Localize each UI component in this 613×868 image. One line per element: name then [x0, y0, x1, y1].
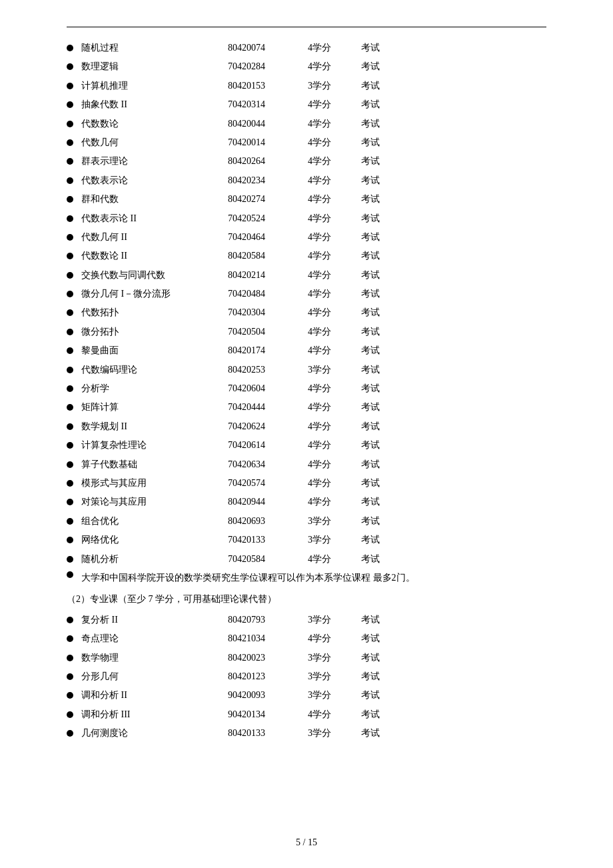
course-credit: 4学分 [308, 495, 354, 509]
bullet-icon [67, 158, 73, 165]
course-credit: 3学分 [308, 79, 354, 93]
course-type: 考试 [361, 79, 388, 93]
course-name: 网络优化 [81, 533, 215, 547]
course-credit: 4学分 [308, 41, 354, 55]
course-credit: 4学分 [308, 343, 354, 358]
course-credit: 4学分 [308, 211, 354, 226]
bullet-icon [67, 692, 73, 699]
course-name: 算子代数基础 [81, 457, 215, 472]
course-credit: 4学分 [308, 268, 354, 283]
course-type: 考试 [361, 249, 388, 263]
course-type: 考试 [361, 325, 388, 339]
course-name: 群表示理论 [81, 154, 215, 169]
course-credit: 4学分 [308, 438, 354, 453]
course-credit: 3学分 [308, 669, 354, 684]
table-row: 数理逻辑 70420284 4学分 考试 [67, 59, 546, 74]
bullet-icon [67, 367, 73, 373]
course-credit: 4学分 [308, 154, 354, 169]
course-name: 代数表示论 II [81, 211, 215, 226]
bullet-icon [67, 518, 73, 525]
course-credit: 4学分 [308, 97, 354, 112]
course-code: 70420634 [228, 457, 301, 472]
course-type: 考试 [361, 363, 388, 377]
course-type: 考试 [361, 192, 388, 207]
course-name: 数理逻辑 [81, 59, 215, 74]
course-name: 分形几何 [81, 669, 215, 684]
course-type: 考试 [361, 287, 388, 301]
course-type: 考试 [361, 631, 388, 646]
course-type: 考试 [361, 457, 388, 472]
course-credit: 4学分 [308, 381, 354, 396]
table-row: 复分析 II 80420793 3学分 考试 [67, 613, 546, 627]
course-name: 几何测度论 [81, 726, 215, 741]
course-name: 随机过程 [81, 41, 215, 55]
table-row: 组合优化 80420693 3学分 考试 [67, 514, 546, 529]
bullet-icon [67, 177, 73, 184]
course-credit: 3学分 [308, 726, 354, 741]
bullet-icon [67, 571, 73, 578]
course-credit: 3学分 [308, 651, 354, 665]
course-code: 80420234 [228, 173, 301, 188]
course-name: 抽象代数 II [81, 97, 215, 112]
bullet-icon [67, 272, 73, 279]
course-code: 70420574 [228, 476, 301, 491]
course-type: 考试 [361, 400, 388, 415]
note-text: 大学和中国科学院开设的数学类研究生学位课程可以作为本系学位课程 最多2门。 [81, 571, 546, 585]
course-code: 80420693 [228, 514, 301, 529]
bullet-icon [67, 655, 73, 661]
course-type: 考试 [361, 59, 388, 74]
course-code: 70420484 [228, 287, 301, 301]
course-credit: 4学分 [308, 305, 354, 320]
course-credit: 4学分 [308, 631, 354, 646]
table-row: 数学规划 II 70420624 4学分 考试 [67, 419, 546, 434]
table-row: 算子代数基础 70420634 4学分 考试 [67, 457, 546, 472]
page-number: 5 / 15 [296, 837, 317, 848]
course-code: 80420584 [228, 249, 301, 263]
course-credit: 4学分 [308, 135, 354, 150]
course-credit: 4学分 [308, 287, 354, 301]
table-row: 对策论与其应用 80420944 4学分 考试 [67, 495, 546, 509]
course-credit: 4学分 [308, 419, 354, 434]
bullet-icon [67, 121, 73, 127]
course-credit: 4学分 [308, 173, 354, 188]
course-code: 80420214 [228, 268, 301, 283]
course-credit: 3学分 [308, 533, 354, 547]
course-type: 考试 [361, 669, 388, 684]
top-divider [67, 27, 546, 27]
table-row: 代数几何 70420014 4学分 考试 [67, 135, 546, 150]
course-name: 交换代数与同调代数 [81, 268, 215, 283]
course-name: 数学物理 [81, 651, 215, 665]
table-row: 群表示理论 80420264 4学分 考试 [67, 154, 546, 169]
course-code: 80420133 [228, 726, 301, 741]
table-row: 随机分析 70420584 4学分 考试 [67, 552, 546, 567]
table-row: 黎曼曲面 80420174 4学分 考试 [67, 343, 546, 358]
course-code: 80420074 [228, 41, 301, 55]
course-code: 80421034 [228, 631, 301, 646]
course-type: 考试 [361, 268, 388, 283]
course-name: 代数几何 [81, 135, 215, 150]
course-code: 70420624 [228, 419, 301, 434]
course-name: 代数数论 [81, 117, 215, 131]
table-row: 分形几何 80420123 3学分 考试 [67, 669, 546, 684]
course-code: 80420153 [228, 79, 301, 93]
bullet-icon [67, 461, 73, 468]
bullet-icon [67, 139, 73, 146]
table-row: 代数编码理论 80420253 3学分 考试 [67, 363, 546, 377]
bullet-icon [67, 234, 73, 241]
table-row: 计算复杂性理论 70420614 4学分 考试 [67, 438, 546, 453]
course-code: 80420023 [228, 651, 301, 665]
table-row: 代数拓扑 70420304 4学分 考试 [67, 305, 546, 320]
course-credit: 3学分 [308, 363, 354, 377]
table-row: 网络优化 70420133 3学分 考试 [67, 533, 546, 547]
course-type: 考试 [361, 613, 388, 627]
bullet-icon [67, 730, 73, 737]
course-name: 奇点理论 [81, 631, 215, 646]
course-name: 群和代数 [81, 192, 215, 207]
table-row: 数学物理 80420023 3学分 考试 [67, 651, 546, 665]
table-row: 代数几何 II 70420464 4学分 考试 [67, 230, 546, 245]
course-code: 80420274 [228, 192, 301, 207]
bullet-icon [67, 673, 73, 680]
course-code: 70420504 [228, 325, 301, 339]
course-credit: 4学分 [308, 249, 354, 263]
course-name: 代数几何 II [81, 230, 215, 245]
